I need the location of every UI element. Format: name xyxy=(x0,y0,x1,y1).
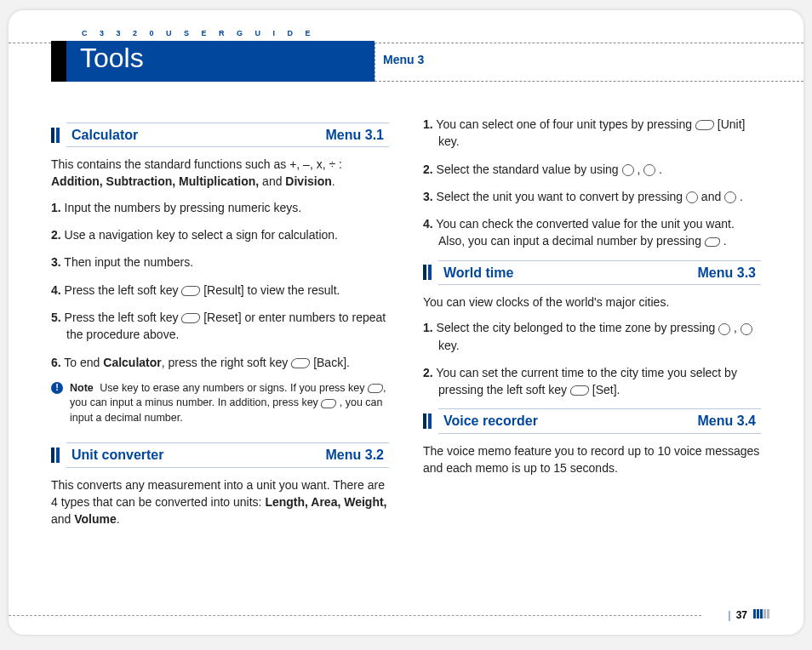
navkey-icon xyxy=(643,164,655,176)
content: Calculator Menu 3.1 This contains the st… xyxy=(51,112,761,601)
list-item: 5. Press the left soft key [Reset] or en… xyxy=(51,309,389,344)
key-icon xyxy=(320,399,337,408)
list-item: 4. You can check the converted value for… xyxy=(423,215,761,250)
list-item: 1. Select the city belonged to the time … xyxy=(423,319,761,354)
list-item: 3. Then input the numbers. xyxy=(51,254,389,271)
softkey-icon xyxy=(569,385,591,396)
title-bar: Tools xyxy=(51,41,375,82)
calculator-steps: 1. Input the numbers by pressing numeric… xyxy=(51,199,389,371)
page-title: Tools xyxy=(80,43,144,74)
header-dash-left xyxy=(9,43,51,54)
navkey-icon xyxy=(724,191,736,203)
footer: | 37 xyxy=(728,609,769,621)
softkey-icon xyxy=(180,313,202,323)
list-item: 3. Select the unit you want to convert b… xyxy=(423,188,761,205)
voice-intro: The voice memo feature you to record up … xyxy=(423,442,761,477)
page-number: 37 xyxy=(736,609,747,621)
page: C 3 3 2 0 U S E R G U I D E Tools Menu 3… xyxy=(9,10,803,635)
calculator-intro: This contains the standard functions suc… xyxy=(51,156,389,191)
key-icon xyxy=(704,237,721,247)
navkey-icon xyxy=(622,164,634,176)
section-menu-num: Menu 3.4 xyxy=(698,411,756,430)
world-intro: You can view clocks of the world's major… xyxy=(423,294,761,311)
note-label: Note xyxy=(70,382,94,394)
footer-bars-icon xyxy=(752,609,769,621)
section-menu-num: Menu 3.2 xyxy=(326,445,384,465)
list-item: 2. You can set the current time to the c… xyxy=(423,364,761,399)
note-block: ! Note Use key to erase any numbers or s… xyxy=(51,381,389,426)
unit-steps: 1. You can select one of four unit types… xyxy=(423,116,761,250)
info-icon: ! xyxy=(51,382,63,394)
column-left: Calculator Menu 3.1 This contains the st… xyxy=(51,112,389,601)
section-title: Unit converter xyxy=(71,445,163,465)
section-title: Voice recorder xyxy=(443,411,538,430)
section-bars-icon xyxy=(51,448,61,463)
list-item: 2. Select the standard value by using , … xyxy=(423,161,761,178)
list-item: 4. Press the left soft key [Result] to v… xyxy=(51,282,389,299)
menu-label: Menu 3 xyxy=(383,53,424,66)
section-title: World time xyxy=(443,263,513,282)
section-head-voice: Voice recorder Menu 3.4 xyxy=(423,408,761,433)
section-title: Calculator xyxy=(71,125,138,145)
list-item: 1. You can select one of four unit types… xyxy=(423,116,761,151)
navkey-icon xyxy=(686,191,698,203)
softkey-icon xyxy=(180,286,202,296)
section-bars-icon xyxy=(423,413,433,429)
guide-label: C 3 3 2 0 U S E R G U I D E xyxy=(82,29,316,37)
navkey-icon xyxy=(741,323,752,335)
section-menu-num: Menu 3.3 xyxy=(698,263,756,282)
unit-intro: This converts any measurement into a uni… xyxy=(51,476,389,528)
section-head-world: World time Menu 3.3 xyxy=(423,260,761,285)
footer-separator-icon: | xyxy=(728,609,730,621)
softkey-icon xyxy=(695,120,716,130)
section-bars-icon xyxy=(51,128,61,143)
list-item: 1. Input the numbers by pressing numeric… xyxy=(51,199,389,216)
key-icon xyxy=(367,384,384,393)
list-item: 2. Use a navigation key to select a sign… xyxy=(51,226,389,243)
section-menu-num: Menu 3.1 xyxy=(326,125,384,145)
softkey-icon xyxy=(290,358,312,368)
footer-dash xyxy=(9,615,701,616)
list-item: 6. To end Calculator, press the right so… xyxy=(51,354,389,371)
section-bars-icon xyxy=(423,265,433,280)
world-steps: 1. Select the city belonged to the time … xyxy=(423,319,761,398)
navkey-icon xyxy=(718,323,730,335)
section-head-calculator: Calculator Menu 3.1 xyxy=(51,123,389,147)
column-right: 1. You can select one of four unit types… xyxy=(423,112,761,601)
section-head-unit: Unit converter Menu 3.2 xyxy=(51,442,389,467)
header-dash-right xyxy=(375,43,803,82)
